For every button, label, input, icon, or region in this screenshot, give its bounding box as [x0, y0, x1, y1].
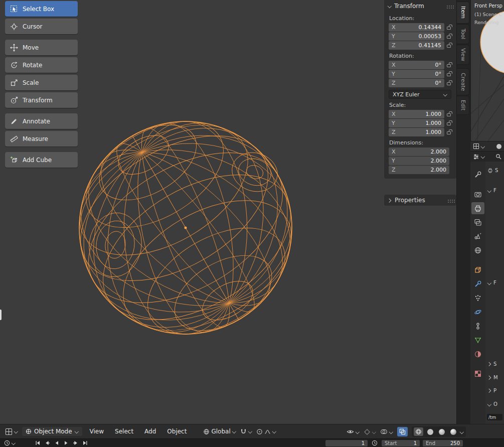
properties-tab-modifiers[interactable] [471, 278, 484, 290]
lock-location-y[interactable] [444, 35, 453, 39]
transform-panel-header[interactable]: Transform [384, 0, 456, 12]
location-z-field[interactable]: Z0.41145 [389, 41, 444, 50]
chevron-down-icon[interactable] [460, 430, 464, 434]
rotation-mode-select[interactable]: XYZ Euler [389, 90, 451, 99]
properties-editor-icon[interactable] [473, 154, 479, 160]
tool-cursor[interactable]: Cursor [5, 19, 78, 34]
tool-select-box[interactable]: Select Box [5, 1, 78, 17]
dimensions-x-field[interactable]: X2.000 [389, 147, 449, 156]
region-edge-marker[interactable] [0, 310, 2, 320]
sidebar-tab-tool[interactable]: Tool [457, 24, 469, 44]
current-frame-field[interactable]: 1 [325, 440, 368, 446]
frame-start-field[interactable]: Start1 [382, 440, 420, 446]
jump-to-start-button[interactable] [35, 440, 41, 446]
sidebar-tab-view[interactable]: View [457, 45, 469, 65]
lock-location-x[interactable] [444, 26, 453, 30]
panel-grip-icon[interactable] [447, 6, 448, 7]
editor-type-button[interactable] [5, 428, 18, 435]
timeline-editor-type-button[interactable] [4, 440, 16, 446]
prev-keyframe-button[interactable] [44, 440, 50, 446]
proportional-editing-toggle[interactable] [256, 428, 276, 435]
tool-add-cube[interactable]: Add Cube [5, 152, 78, 168]
section-header[interactable]: S [487, 361, 496, 367]
shading-rendered-button[interactable] [448, 427, 458, 436]
wireframe-sphere-object[interactable] [75, 117, 296, 338]
properties-tab-tool[interactable] [471, 169, 484, 181]
toggle-xray-button[interactable] [397, 427, 408, 436]
lock-rotation-x[interactable] [444, 63, 453, 67]
shading-material-button[interactable] [437, 427, 446, 436]
shading-solid-button[interactable] [425, 427, 435, 436]
tool-measure[interactable]: Measure [5, 131, 78, 146]
section-header[interactable]: O [487, 401, 497, 407]
gizmos-button[interactable] [364, 428, 376, 435]
menu-view[interactable]: View [86, 428, 107, 435]
location-x-field[interactable]: X0.14344 [389, 23, 444, 32]
overlays-button[interactable] [380, 428, 393, 435]
properties-tab-scene[interactable] [471, 230, 484, 242]
properties-tab-object-data[interactable] [471, 334, 484, 346]
output-path-field[interactable]: /tm [487, 414, 502, 420]
lock-scale-z[interactable] [444, 130, 453, 134]
section-header[interactable]: M [487, 375, 498, 380]
properties-tab-material[interactable] [471, 348, 484, 360]
lock-scale-y[interactable] [444, 121, 453, 125]
editor-type-icon[interactable] [473, 143, 479, 150]
chevron-down-icon[interactable] [272, 429, 276, 433]
properties-tab-physics[interactable] [471, 306, 484, 318]
chevron-down-icon[interactable] [481, 144, 485, 148]
snapping-toggle[interactable] [240, 428, 252, 435]
properties-tab-output[interactable] [471, 202, 484, 214]
tool-move[interactable]: Move [5, 40, 78, 55]
mode-select[interactable]: Object Mode [22, 427, 82, 436]
rotation-z-field[interactable]: Z0° [389, 79, 444, 87]
properties-tab-particles[interactable] [471, 292, 484, 304]
tool-rotate[interactable]: Rotate [5, 57, 78, 73]
dimensions-z-field[interactable]: Z2.000 [389, 166, 449, 174]
secondary-3d-viewport[interactable]: Front Persp (1) Scene C Rendering [470, 0, 504, 141]
location-y-field[interactable]: Y0.00053 [389, 32, 444, 41]
properties-tab-constraints[interactable] [471, 320, 484, 332]
lock-location-z[interactable] [444, 44, 453, 48]
jump-to-end-button[interactable] [82, 440, 88, 446]
rotation-x-field[interactable]: X0° [389, 61, 444, 69]
frame-end-field[interactable]: End250 [423, 440, 463, 446]
tool-annotate[interactable]: Annotate [5, 113, 78, 129]
scale-y-field[interactable]: Y1.000 [389, 119, 444, 127]
lock-rotation-y[interactable] [444, 72, 453, 76]
menu-add[interactable]: Add [141, 428, 159, 435]
search-icon[interactable] [495, 154, 501, 160]
dimensions-y-field[interactable]: Y2.000 [389, 157, 449, 165]
properties-tab-world[interactable] [471, 244, 484, 256]
transform-orientation-select[interactable]: Global [203, 428, 236, 435]
section-header[interactable]: P [487, 388, 496, 393]
section-header[interactable]: F [487, 188, 496, 193]
chevron-down-icon[interactable] [481, 155, 485, 159]
properties-tab-texture[interactable] [471, 368, 484, 380]
sidebar-tab-create[interactable]: Create [457, 68, 469, 95]
next-keyframe-button[interactable] [73, 440, 79, 446]
scale-x-field[interactable]: X1.000 [389, 110, 444, 118]
properties-tab-render[interactable] [471, 188, 484, 200]
scale-z-field[interactable]: Z1.000 [389, 128, 444, 136]
sidebar-properties-panel[interactable]: Properties [384, 195, 456, 206]
properties-tab-object[interactable] [471, 264, 484, 276]
panel-grip-icon[interactable] [448, 200, 449, 201]
section-header[interactable]: F [487, 280, 496, 285]
show-object-types-button[interactable] [347, 428, 360, 435]
shading-wireframe-button[interactable] [414, 427, 423, 436]
menu-select[interactable]: Select [111, 428, 137, 435]
chevron-down-icon[interactable] [248, 429, 252, 433]
sidebar-tab-edit[interactable]: Edit [457, 96, 469, 115]
tool-scale[interactable]: Scale [5, 75, 78, 90]
properties-breadcrumb[interactable]: S [487, 168, 498, 173]
sidebar-tab-item[interactable]: Item [457, 2, 469, 24]
tool-transform[interactable]: Transform [5, 92, 78, 108]
menu-object[interactable]: Object [163, 428, 190, 435]
lock-scale-x[interactable] [444, 112, 453, 116]
play-button[interactable] [63, 440, 69, 446]
play-reverse-button[interactable] [54, 440, 60, 446]
lock-rotation-z[interactable] [444, 81, 453, 85]
properties-tab-view-layer[interactable] [471, 216, 484, 228]
rotation-y-field[interactable]: Y0° [389, 70, 444, 78]
